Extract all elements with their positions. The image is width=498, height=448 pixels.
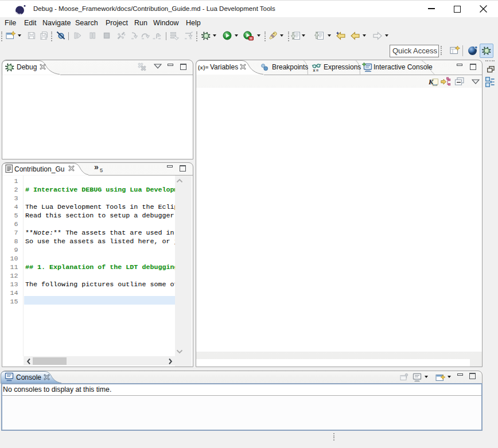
svg-text:=: = [316,68,318,72]
svg-text:x: x [313,68,316,72]
